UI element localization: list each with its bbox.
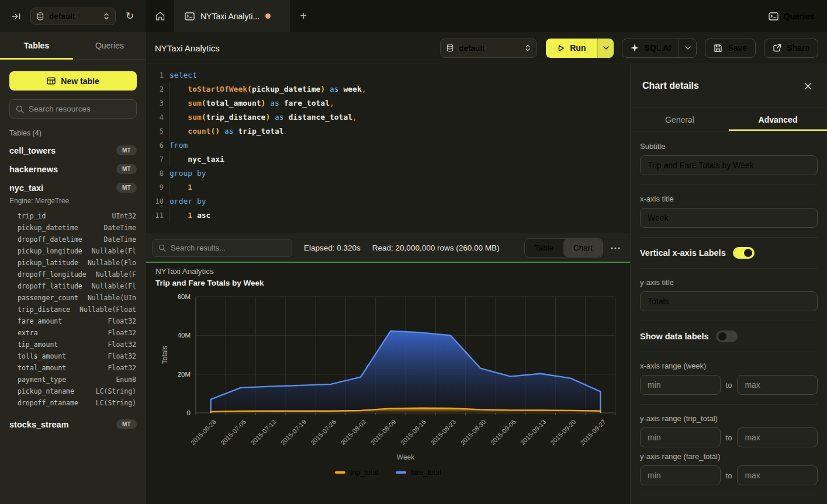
share-icon — [773, 44, 781, 53]
view-table-button[interactable]: Table — [525, 239, 563, 257]
column-name: fare_amount — [18, 315, 62, 327]
share-button[interactable]: Share — [764, 39, 818, 58]
panel-tab-general[interactable]: General — [631, 108, 729, 131]
column-name: payment_type — [18, 374, 66, 385]
svg-text:40M: 40M — [178, 332, 191, 339]
refresh-icon[interactable]: ↻ — [122, 8, 138, 25]
vertical-x-axis-labels-toggle[interactable] — [733, 247, 755, 259]
y-axis-title-input[interactable] — [640, 291, 818, 311]
subtitle-input[interactable] — [640, 155, 818, 175]
legend-item[interactable]: fare_total — [396, 468, 441, 477]
show-data-labels-toggle[interactable] — [716, 331, 738, 342]
tab-nytaxi-analytics[interactable]: NYTaxi Analyti... — [174, 0, 290, 32]
play-icon — [558, 44, 565, 52]
query-database-selector[interactable]: default — [440, 39, 537, 58]
sidebar-search — [9, 99, 137, 119]
table-item[interactable]: nyc_taxiMT — [0, 178, 146, 197]
panel-tab-advanced[interactable]: Advanced — [729, 108, 827, 131]
column-name: total_amount — [18, 362, 66, 374]
chart-plot: 020M40M60M2015-06-282015-07-052015-07-12… — [146, 263, 630, 464]
column-type: LC(String) — [96, 385, 136, 397]
sql-ai-options-button[interactable] — [679, 39, 696, 57]
close-icon[interactable] — [800, 78, 815, 93]
collapse-sidebar-icon[interactable] — [8, 8, 25, 25]
column-name: dropoff_latitude — [18, 280, 82, 292]
x-axis-range-min-input[interactable] — [640, 375, 721, 395]
y-axis-range-trip-max-input[interactable] — [737, 427, 818, 447]
column-row: dropoff_ntanameLC(String) — [0, 397, 146, 409]
column-type: Nullable(Float — [79, 304, 136, 315]
column-name: trip_id — [18, 210, 46, 222]
chevron-updown-icon — [525, 44, 531, 52]
panel-header: Chart details — [631, 64, 827, 108]
line-number: 2 — [146, 82, 164, 96]
sidebar-tab-tables[interactable]: Tables — [0, 32, 73, 59]
table-item[interactable]: stocks_streamMT — [0, 415, 146, 433]
line-number: 9 — [146, 180, 164, 194]
elapsed-time: Elapsed: 0.320s — [304, 244, 361, 252]
more-options-icon[interactable] — [607, 239, 624, 257]
database-selector[interactable]: default — [30, 8, 116, 25]
main-area: 1select2 toStartOfWeek(pickup_datetime) … — [146, 64, 630, 504]
queries-button[interactable]: Queries — [756, 0, 827, 32]
line-number: 7 — [146, 152, 164, 166]
save-icon — [714, 44, 722, 53]
sidebar-tabs: Tables Queries — [0, 32, 146, 60]
svg-text:2015-07-19: 2015-07-19 — [279, 418, 307, 446]
legend-swatch — [335, 471, 345, 474]
save-button[interactable]: Save — [705, 39, 756, 58]
y-axis-range-fare-max-input[interactable] — [737, 465, 818, 485]
x-axis-range-label: x-axis range (week) — [640, 362, 818, 370]
results-search — [152, 239, 292, 257]
home-icon[interactable] — [146, 0, 174, 32]
engine-badge: MT — [116, 419, 137, 429]
subtitle-label: Subtitle — [640, 142, 818, 151]
column-type: Float32 — [108, 315, 136, 327]
run-options-button[interactable] — [597, 39, 614, 58]
legend-item[interactable]: trip_total — [335, 468, 378, 477]
new-tab-button[interactable]: + — [290, 0, 317, 32]
sql-ai-button[interactable]: SQL AI — [622, 39, 697, 58]
view-chart-button[interactable]: Chart — [563, 239, 603, 257]
sql-editor[interactable]: 1select2 toStartOfWeek(pickup_datetime) … — [146, 64, 630, 234]
y-axis-range-fare-min-input[interactable] — [640, 465, 721, 485]
svg-text:2015-07-12: 2015-07-12 — [249, 418, 277, 446]
table-item[interactable]: cell_towersMT — [0, 141, 146, 159]
editor-line: 7 nyc_taxi — [146, 152, 630, 166]
queries-label: Queries — [784, 12, 814, 21]
column-row: trip_distanceNullable(Float — [0, 304, 146, 315]
vertical-x-axis-labels-label: Vertical x-axis Labels — [640, 248, 726, 258]
y-axis-range-trip-label: y-axis range (trip_total) — [640, 414, 818, 423]
search-results-input[interactable] — [171, 244, 286, 252]
search-resources-input[interactable] — [29, 105, 132, 113]
sidebar-tab-queries[interactable]: Queries — [73, 32, 146, 59]
engine-badge: MT — [116, 145, 137, 155]
y-axis-range-fare-label: y-axis range (fare_total) — [640, 452, 818, 461]
editor-line: 10order by — [146, 194, 630, 208]
run-button[interactable]: Run — [546, 39, 597, 58]
table-item[interactable]: hackernewsMT — [0, 159, 146, 178]
editor-line: 3 sum(total_amount) as fare_total, — [146, 96, 630, 110]
column-name: pickup_latitude — [18, 257, 78, 269]
x-axis-range-max-input[interactable] — [737, 375, 818, 395]
column-type: DateTime — [104, 234, 136, 245]
sql-ai-label: SQL AI — [644, 43, 671, 53]
table-icon — [47, 77, 56, 85]
unsaved-changes-dot — [265, 13, 271, 19]
table-name: cell_towers — [9, 146, 56, 155]
svg-text:20M: 20M — [178, 371, 191, 378]
svg-text:2015-08-30: 2015-08-30 — [459, 418, 487, 446]
table-name: hackernews — [9, 165, 58, 174]
svg-text:2015-07-26: 2015-07-26 — [309, 418, 337, 446]
x-axis-title-input[interactable] — [640, 208, 818, 228]
chart-legend: trip_totalfare_total — [146, 468, 630, 477]
y-axis-range-trip-min-input[interactable] — [640, 427, 721, 447]
legend-label: trip_total — [350, 468, 378, 477]
to-label: to — [726, 471, 732, 480]
topbar: default ↻ NYTaxi Analyti... + — [0, 0, 827, 32]
engine-badge: MT — [116, 183, 137, 193]
column-type: Nullable(Fl — [92, 280, 136, 292]
new-table-button[interactable]: New table — [9, 71, 137, 91]
column-type: DateTime — [104, 222, 136, 234]
column-row: tip_amountFloat32 — [0, 339, 146, 350]
